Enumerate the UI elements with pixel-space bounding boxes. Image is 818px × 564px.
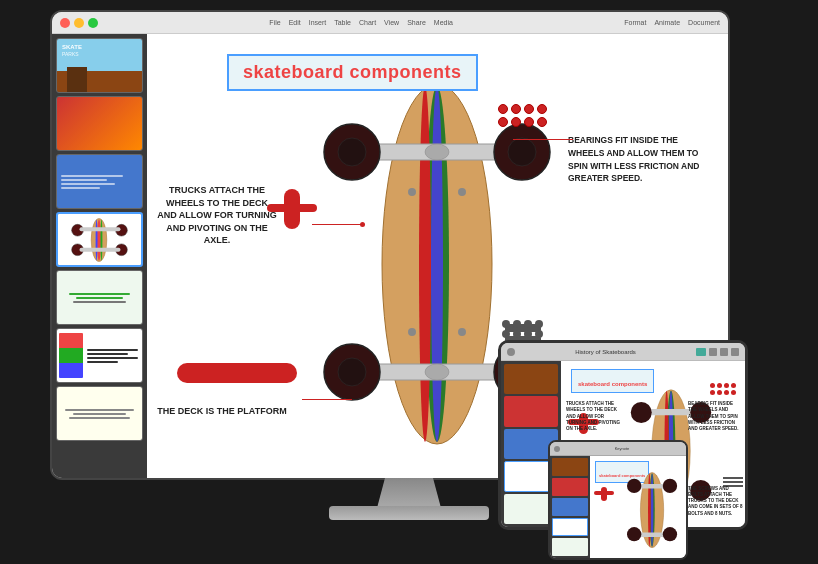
bearing-dot-7 [524, 117, 534, 127]
svg-point-12 [431, 86, 443, 442]
svg-point-56 [663, 527, 677, 541]
svg-point-21 [508, 138, 536, 166]
svg-point-13 [419, 86, 431, 442]
tablet-trucks-annotation: TRUCKS ATTACH THE WHEELS TO THE DECK AND… [566, 401, 621, 432]
deck-icon [177, 363, 297, 383]
tablet-btn-2[interactable] [709, 348, 717, 356]
slide-thumbnail-panel: SKATE PARKS [52, 34, 147, 478]
bearing-dot-2 [511, 104, 521, 114]
menu-insert[interactable]: Insert [309, 19, 327, 26]
bearings-connector-line [513, 139, 573, 140]
document-button[interactable]: Document [688, 19, 720, 26]
slide-thumbnail-5[interactable] [56, 270, 143, 325]
phone-thumb-4[interactable] [552, 518, 588, 536]
menu-view[interactable]: View [384, 19, 399, 26]
svg-point-1 [97, 219, 101, 260]
format-button[interactable]: Format [624, 19, 646, 26]
bearing-dot-4 [537, 104, 547, 114]
phone-thumb-1[interactable] [552, 458, 588, 476]
slide-thumbnail-4[interactable] [56, 212, 143, 267]
svg-point-55 [627, 527, 641, 541]
deck-connector-line [302, 399, 352, 400]
svg-point-28 [408, 328, 416, 336]
svg-point-41 [631, 402, 652, 423]
minimize-button[interactable] [74, 18, 84, 28]
phone-toolbar-title: Keynote [615, 446, 630, 451]
svg-point-2 [100, 219, 102, 260]
bearings-dots [498, 104, 558, 127]
svg-point-17 [425, 364, 449, 380]
phone-device: Keynote skateboard components [548, 440, 688, 560]
close-button[interactable] [60, 18, 70, 28]
phone-thumb-5[interactable] [552, 538, 588, 556]
tablet-play-btn[interactable] [696, 348, 706, 356]
bearing-dot-3 [524, 104, 534, 114]
screw-dots-panel [502, 320, 543, 338]
trucks-annotation: TRUCKS ATTACH THE WHEELS TO THE DECK AND… [157, 184, 277, 247]
svg-point-29 [458, 328, 466, 336]
svg-point-15 [425, 144, 449, 160]
monitor-stand [369, 478, 449, 508]
menu-bar: File Edit Insert Table Chart View Share … [269, 19, 453, 26]
svg-rect-58 [601, 487, 607, 501]
tablet-bearings-annotation: BEARING FIT INSIDE THE WHEELS AND ALLOW … [688, 401, 743, 432]
slide-thumbnail-6[interactable] [56, 328, 143, 383]
monitor-base [329, 506, 489, 520]
phone-thumb-2[interactable] [552, 478, 588, 496]
slide-thumbnail-1[interactable]: SKATE PARKS [56, 38, 143, 93]
svg-point-27 [458, 188, 466, 196]
svg-point-53 [627, 479, 641, 493]
svg-point-19 [338, 138, 366, 166]
svg-point-23 [338, 358, 366, 386]
svg-rect-8 [79, 227, 120, 231]
svg-point-26 [408, 188, 416, 196]
toolbar: File Edit Insert Table Chart View Share … [52, 12, 728, 34]
animate-button[interactable]: Animate [654, 19, 680, 26]
svg-point-3 [96, 219, 98, 260]
tablet-close-btn [507, 348, 515, 356]
phone-close-btn [554, 446, 560, 452]
slide-thumbnail-3[interactable] [56, 154, 143, 209]
maximize-button[interactable] [88, 18, 98, 28]
bearing-dot-1 [498, 104, 508, 114]
tablet-toolbar: History of Skateboards [501, 343, 745, 361]
phone-thumb-3[interactable] [552, 498, 588, 516]
tablet-controls [696, 348, 739, 356]
trucks-connector-dot [360, 222, 365, 227]
menu-table[interactable]: Table [334, 19, 351, 26]
svg-rect-9 [79, 248, 120, 252]
tablet-screws-annotation: THE SCREWS AND BOLTS ATTACH THE TRUCKS T… [688, 486, 743, 517]
bearings-annotation: BEARINGS FIT INSIDE THE WHEELS AND ALLOW… [568, 134, 708, 185]
tablet-thumb-1[interactable] [504, 364, 558, 394]
trucks-connector-line [312, 224, 362, 225]
tablet-bearings-dots [710, 383, 740, 395]
svg-point-54 [663, 479, 677, 493]
menu-media[interactable]: Media [434, 19, 453, 26]
menu-chart[interactable]: Chart [359, 19, 376, 26]
svg-rect-52 [638, 532, 667, 536]
phone-toolbar: Keynote [550, 442, 686, 456]
tablet-btn-4[interactable] [731, 348, 739, 356]
slide-title-box: skateboard components [227, 54, 478, 91]
tablet-btn-3[interactable] [720, 348, 728, 356]
slide-thumbnail-2[interactable] [56, 96, 143, 151]
svg-rect-51 [638, 484, 667, 488]
tablet-title: History of Skateboards [518, 349, 693, 355]
tablet-thumb-2[interactable] [504, 396, 558, 426]
deck-annotation: THE DECK IS THE PLATFORM [157, 405, 287, 418]
menu-file[interactable]: File [269, 19, 280, 26]
phone-sidebar [550, 456, 590, 558]
svg-rect-31 [284, 189, 300, 229]
slide-title: skateboard components [243, 62, 462, 82]
right-toolbar: Format Animate Document [624, 19, 720, 26]
bearing-dot-8 [537, 117, 547, 127]
bearing-dot-6 [511, 117, 521, 127]
slide-thumbnail-7[interactable] [56, 386, 143, 441]
menu-edit[interactable]: Edit [289, 19, 301, 26]
phone-content: skateboard components [550, 456, 686, 558]
phone-screen: Keynote skateboard components [550, 442, 686, 558]
phone-main-slide: skateboard components [590, 456, 686, 558]
bearing-dot-5 [498, 117, 508, 127]
menu-share[interactable]: Share [407, 19, 426, 26]
